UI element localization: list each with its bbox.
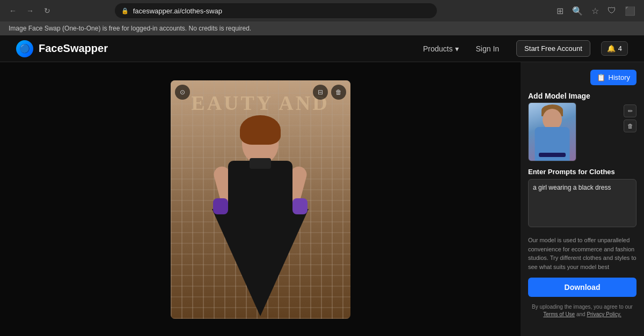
main-content: EAUTY AND — [0, 62, 644, 336]
nav-items: Products ▾ Sign In Start Free Account 🔔 … — [423, 40, 628, 57]
logo-icon: 🔵 — [16, 40, 33, 57]
logo-area: 🔵 FaceSwapper — [16, 40, 108, 57]
banner-text: Image Face Swap (One-to-One) is free for… — [9, 25, 251, 32]
image-controls: ⊟ 🗑 — [313, 85, 346, 100]
dress-top — [228, 161, 292, 214]
neck-scarf — [250, 158, 271, 169]
products-nav-item[interactable]: Products ▾ — [423, 44, 458, 53]
products-label: Products — [423, 44, 452, 53]
chevron-down-icon: ▾ — [455, 44, 459, 53]
privacy-link[interactable]: Privacy Policy. — [587, 311, 621, 317]
main-image: EAUTY AND — [171, 80, 350, 319]
url-text: faceswapper.ai/clothes-swap — [133, 7, 222, 15]
logo-text: FaceSwapper — [39, 42, 108, 55]
history-icon: 📋 — [597, 73, 605, 81]
hair-shape — [240, 115, 281, 145]
helper-text: Our model is used to offer unparalleled … — [528, 236, 636, 271]
prompt-textarea[interactable] — [528, 179, 636, 227]
notification-icon: 🔔 — [607, 44, 616, 53]
left-glove — [213, 198, 228, 214]
history-label: History — [609, 73, 630, 81]
shield-icon[interactable]: 🛡 — [605, 4, 618, 18]
model-image-area: ✏ 🗑 — [528, 102, 636, 161]
model-figure — [531, 104, 574, 161]
address-bar[interactable]: 🔒 faceswapper.ai/clothes-swap — [115, 3, 437, 18]
top-navigation: 🔵 FaceSwapper Products ▾ Sign In Start F… — [0, 35, 644, 62]
model-thumbnail — [528, 102, 576, 161]
history-button[interactable]: 📋 History — [590, 70, 636, 85]
dress-skirt — [212, 209, 309, 316]
terms-and: and — [576, 311, 586, 317]
browser-actions: ⊞ 🔍 ☆ 🛡 ⬛ — [554, 4, 638, 18]
terms-link[interactable]: Terms of Use — [543, 311, 575, 317]
model-belt — [539, 153, 566, 157]
notification-badge[interactable]: 🔔 4 — [601, 41, 628, 56]
back-button[interactable]: ← — [6, 4, 19, 17]
image-container: EAUTY AND — [171, 80, 350, 319]
compare-button[interactable]: ⊟ — [313, 85, 328, 100]
delete-button[interactable]: 🗑 — [331, 85, 346, 100]
start-free-button[interactable]: Start Free Account — [516, 40, 590, 57]
info-banner: Image Face Swap (One-to-One) is free for… — [0, 21, 644, 35]
model-img-actions: ✏ 🗑 — [624, 104, 636, 132]
terms-text: By uploading the images, you agree to ou… — [528, 303, 636, 318]
expand-button[interactable]: ⊙ — [175, 85, 190, 100]
translate-icon[interactable]: ⊞ — [554, 4, 566, 18]
lock-icon: 🔒 — [121, 8, 129, 14]
delete-model-button[interactable]: 🗑 — [624, 120, 636, 132]
zoom-icon[interactable]: 🔍 — [570, 4, 585, 18]
right-panel: 📋 History Add Model Image — [521, 62, 644, 336]
add-model-section: Add Model Image ✏ — [528, 92, 636, 161]
signin-button[interactable]: Sign In — [470, 41, 506, 56]
prompt-section: Enter Prompts for Clothes — [528, 168, 636, 229]
edit-model-button[interactable]: ✏ — [624, 104, 636, 117]
image-area: EAUTY AND — [0, 62, 521, 336]
download-button[interactable]: Download — [528, 278, 636, 297]
person-figure — [201, 104, 319, 319]
forward-button[interactable]: → — [24, 4, 36, 17]
refresh-button[interactable]: ↻ — [41, 4, 54, 17]
prompt-label: Enter Prompts for Clothes — [528, 168, 636, 176]
extensions-icon[interactable]: ⬛ — [623, 4, 638, 18]
browser-chrome: ← → ↻ 🔒 faceswapper.ai/clothes-swap ⊞ 🔍 … — [0, 0, 644, 21]
terms-prefix: By uploading the images, you agree to ou… — [532, 304, 633, 310]
bookmark-icon[interactable]: ☆ — [589, 4, 601, 18]
notification-count: 4 — [618, 44, 622, 53]
right-glove — [292, 198, 308, 214]
add-model-label: Add Model Image — [528, 92, 636, 100]
